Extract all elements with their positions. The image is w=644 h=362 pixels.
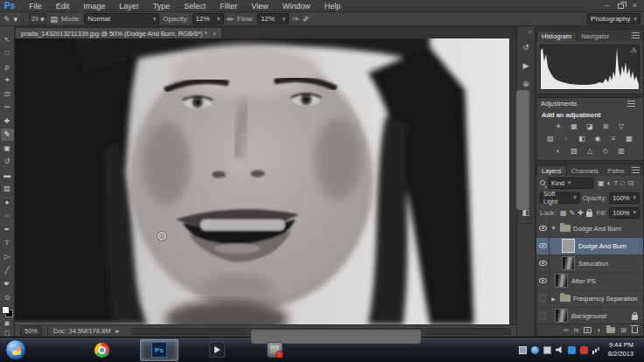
- workspace-select[interactable]: Photography ▾: [587, 13, 640, 24]
- menu-item[interactable]: Image: [76, 2, 112, 10]
- close-button[interactable]: ×: [633, 2, 637, 10]
- expand-dock-button[interactable]: »: [528, 28, 535, 36]
- layer-thumbnail[interactable]: [562, 256, 575, 270]
- visibility-toggle[interactable]: [536, 255, 550, 272]
- quick-mask-button[interactable]: ▣: [4, 320, 10, 327]
- blur-tool[interactable]: ●: [1, 196, 14, 209]
- tab-layers[interactable]: Layers: [536, 165, 567, 176]
- type-tool[interactable]: T: [1, 237, 14, 250]
- photoshop-taskbar-button[interactable]: Ps: [140, 339, 178, 361]
- color-lookup-adjustment-icon[interactable]: ▩: [623, 133, 636, 144]
- menu-item[interactable]: Select: [177, 2, 213, 10]
- filter-adjustment-layers-icon[interactable]: ◐: [607, 179, 612, 187]
- tab-channels[interactable]: Channels: [567, 166, 604, 176]
- clone-source-panel-icon[interactable]: ⊕: [518, 76, 534, 91]
- actions-panel-icon[interactable]: ▶: [518, 58, 534, 73]
- horizontal-scrollbar[interactable]: [131, 328, 511, 335]
- gradient-map-adjustment-icon[interactable]: ▥: [615, 145, 628, 157]
- tray-app-icon[interactable]: [580, 346, 588, 354]
- visibility-toggle[interactable]: [536, 238, 550, 254]
- layer-after-ps[interactable]: After PS: [536, 273, 643, 290]
- layer-saturation[interactable]: Saturation: [536, 255, 643, 273]
- exposure-adjustment-icon[interactable]: ⊞: [599, 121, 612, 132]
- vibrance-adjustment-icon[interactable]: ▽: [615, 121, 628, 132]
- layer-group-dodge-and-burn[interactable]: ▼ Dodge And Burn: [536, 220, 643, 238]
- close-tab-icon[interactable]: ×: [213, 30, 217, 38]
- media-player-taskbar-button[interactable]: [198, 339, 236, 361]
- pressure-opacity-icon[interactable]: ✏: [228, 15, 234, 24]
- collapse-caret-icon[interactable]: ▼: [550, 226, 557, 231]
- histogram-panel-menu-button[interactable]: [632, 32, 643, 38]
- path-selection-tool[interactable]: ▷: [1, 250, 14, 263]
- move-tool[interactable]: ↖: [1, 33, 14, 46]
- flow-field[interactable]: 12% ▾: [257, 13, 289, 24]
- line-tool[interactable]: ╱: [1, 264, 14, 277]
- brush-tool-dropdown-icon[interactable]: ▾: [14, 15, 18, 24]
- layer-group-frequency-separation[interactable]: ▶ Frequency Separation: [536, 290, 643, 308]
- tray-app-icon[interactable]: [543, 346, 551, 354]
- document-tab[interactable]: prada_1432013211339.jpg @ 50% (Dodge And…: [15, 27, 222, 38]
- posterize-adjustment-icon[interactable]: ▧: [568, 145, 581, 157]
- eraser-tool[interactable]: ▬: [1, 169, 14, 182]
- menu-item[interactable]: View: [244, 2, 275, 10]
- lock-all-icon[interactable]: [586, 212, 592, 217]
- warning-icon[interactable]: ⚠: [631, 46, 637, 54]
- photo-filter-adjustment-icon[interactable]: ◉: [592, 133, 605, 144]
- layer-opacity-field[interactable]: 100% ▾: [609, 192, 640, 204]
- menu-item[interactable]: Window: [276, 2, 318, 10]
- menu-item[interactable]: Filter: [213, 2, 244, 10]
- history-brush-tool[interactable]: ↺: [1, 156, 14, 169]
- layer-style-button[interactable]: fx: [574, 327, 579, 334]
- layer-thumbnail[interactable]: [555, 274, 568, 288]
- new-layer-button[interactable]: ⊞: [620, 327, 626, 334]
- adjustments-panel-menu-button[interactable]: [627, 101, 639, 107]
- visibility-toggle[interactable]: [536, 220, 550, 237]
- new-adjustment-layer-button[interactable]: ◐: [597, 327, 601, 334]
- filter-pixel-layers-icon[interactable]: ▣: [598, 179, 605, 187]
- curves-adjustment-icon[interactable]: ◪: [584, 121, 597, 132]
- color-balance-adjustment-icon[interactable]: ▫: [560, 133, 573, 144]
- history-panel-icon[interactable]: ↺: [518, 39, 534, 54]
- canvas[interactable]: [15, 38, 509, 324]
- menu-item[interactable]: Edit: [49, 2, 77, 10]
- chrome-taskbar-button[interactable]: [82, 339, 121, 361]
- eyedropper-tool[interactable]: ✑: [1, 101, 14, 115]
- hand-tool[interactable]: ☛: [1, 277, 14, 290]
- levels-adjustment-icon[interactable]: ▦: [568, 121, 581, 132]
- brush-tool[interactable]: ✎: [1, 129, 14, 142]
- collapse-caret-icon[interactable]: ▶: [550, 296, 557, 302]
- pressure-size-icon[interactable]: ✐: [303, 15, 310, 24]
- lasso-tool[interactable]: ρ: [1, 60, 14, 73]
- status-arrow-icon[interactable]: ▸: [116, 327, 119, 335]
- menu-item[interactable]: Type: [146, 2, 178, 10]
- spot-healing-brush-tool[interactable]: ✚: [1, 115, 14, 128]
- delete-layer-button[interactable]: [632, 327, 638, 333]
- layer-thumbnail[interactable]: [555, 309, 568, 323]
- toggle-brush-panel-icon[interactable]: ▤: [50, 15, 58, 24]
- filter-smart-objects-icon[interactable]: ⊡: [627, 179, 634, 187]
- tab-histogram[interactable]: Histogram: [536, 31, 577, 41]
- layer-thumbnail[interactable]: [562, 239, 575, 253]
- lock-pixels-icon[interactable]: ✎: [570, 209, 576, 217]
- taskbar-clock[interactable]: 9:44 PM 8/2/2013: [605, 341, 639, 359]
- vertical-scrollbar[interactable]: [509, 38, 516, 324]
- new-group-button[interactable]: [606, 327, 615, 333]
- screen-mode-button[interactable]: ▢: [4, 330, 10, 337]
- tray-downloader-icon[interactable]: [568, 346, 576, 354]
- tab-navigator[interactable]: Navigator: [577, 31, 613, 41]
- layer-blend-mode-select[interactable]: Soft Light ▾: [540, 192, 580, 204]
- tray-app-icon[interactable]: [531, 346, 539, 354]
- visibility-toggle[interactable]: [536, 273, 550, 289]
- layer-filter-select[interactable]: Kind ▾: [548, 178, 593, 189]
- layer-dodge-and-burn[interactable]: Dodge And Burn: [536, 238, 643, 255]
- foreground-color-swatch[interactable]: [2, 306, 10, 314]
- opacity-field[interactable]: 12% ▾: [192, 13, 224, 24]
- layer-background[interactable]: Background: [536, 308, 643, 324]
- brush-tool-icon[interactable]: ✎: [4, 15, 10, 24]
- channel-mixer-adjustment-icon[interactable]: ≡: [607, 133, 620, 144]
- volume-icon[interactable]: [556, 346, 564, 354]
- start-button[interactable]: [5, 339, 26, 360]
- visibility-toggle[interactable]: [536, 290, 550, 307]
- link-layers-button[interactable]: ∞: [564, 327, 569, 334]
- threshold-adjustment-icon[interactable]: △: [584, 145, 597, 157]
